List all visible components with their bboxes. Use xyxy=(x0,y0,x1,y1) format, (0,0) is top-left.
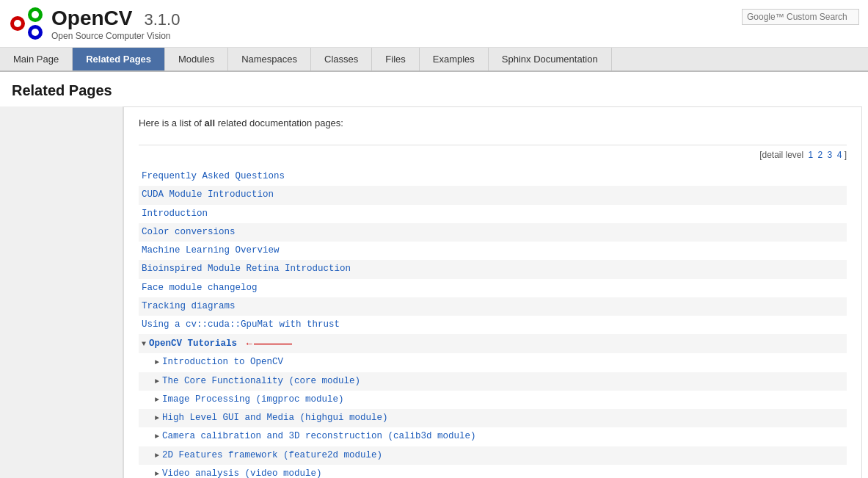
detail-level-1[interactable]: 1 xyxy=(809,150,814,160)
search-area[interactable] xyxy=(742,9,859,25)
item-link[interactable]: Frequently Asked Questions xyxy=(142,171,285,181)
detail-level-4[interactable]: 4 xyxy=(837,150,842,160)
nav-item-related-pages[interactable]: Related Pages xyxy=(73,48,165,70)
nav-item-modules[interactable]: Modules xyxy=(165,48,228,70)
detail-level-3[interactable]: 3 xyxy=(828,150,833,160)
list-item: ►2D Features framework (feature2d module… xyxy=(139,446,847,465)
item-link[interactable]: 2D Features framework (feature2d module) xyxy=(162,450,382,460)
search-input[interactable] xyxy=(742,9,859,25)
sidebar xyxy=(0,106,123,478)
item-link[interactable]: Tracking diagrams xyxy=(142,301,236,311)
sub-arrow: ► xyxy=(155,396,159,404)
item-link[interactable]: Machine Learning Overview xyxy=(142,245,280,256)
items-list: Frequently Asked QuestionsCUDA Module In… xyxy=(139,167,847,478)
nav-item-classes[interactable]: Classes xyxy=(311,48,372,70)
logo-area: OpenCV 3.1.0 Open Source Computer Vision xyxy=(9,6,180,41)
list-item: Machine Learning Overview xyxy=(139,242,847,260)
item-link[interactable]: Bioinspired Module Retina Introduction xyxy=(142,264,351,274)
version-badge: 3.1.0 xyxy=(144,10,180,29)
list-item: Frequently Asked Questions xyxy=(139,167,847,186)
detail-level-label: [detail level xyxy=(759,150,806,160)
detail-level-row: [detail level 1 2 3 4 ] xyxy=(139,150,847,160)
sub-arrow: ► xyxy=(155,414,159,422)
item-link[interactable]: Introduction xyxy=(142,209,208,219)
svg-point-3 xyxy=(14,20,21,27)
list-item: ►Video analysis (video module) xyxy=(139,465,847,478)
content-wrapper: Here is a list of all related documentat… xyxy=(0,106,868,478)
item-link[interactable]: The Core Functionality (core module) xyxy=(162,376,360,386)
svg-point-4 xyxy=(32,11,39,18)
list-item: Color conversions xyxy=(139,223,847,242)
header: OpenCV 3.1.0 Open Source Computer Vision xyxy=(0,0,868,48)
item-link[interactable]: Color conversions xyxy=(142,227,236,237)
item-link[interactable]: Image Processing (imgproc module) xyxy=(162,394,344,405)
list-item: ►The Core Functionality (core module) xyxy=(139,372,847,391)
opencv-logo xyxy=(9,6,44,41)
item-link[interactable]: Video analysis (video module) xyxy=(162,468,322,478)
divider xyxy=(139,145,847,145)
list-item: CUDA Module Introduction xyxy=(139,186,847,204)
detail-level-2[interactable]: 2 xyxy=(818,150,823,160)
sub-arrow: ► xyxy=(155,432,159,441)
item-link[interactable]: Introduction to OpenCV xyxy=(162,357,283,367)
list-item: ►High Level GUI and Media (highgui modul… xyxy=(139,409,847,427)
list-item: ►Image Processing (imgproc module) xyxy=(139,391,847,409)
list-item: Face module changelog xyxy=(139,279,847,297)
item-link[interactable]: High Level GUI and Media (highgui module… xyxy=(162,413,388,423)
app-title: OpenCV xyxy=(51,6,132,31)
item-link[interactable]: CUDA Module Introduction xyxy=(142,189,274,200)
item-link[interactable]: Using a cv::cuda::GpuMat with thrust xyxy=(142,319,340,330)
list-item: ►Camera calibration and 3D reconstructio… xyxy=(139,427,847,446)
list-item: Using a cv::cuda::GpuMat with thrust xyxy=(139,316,847,334)
list-item: ▼ OpenCV Tutorials ←———— xyxy=(139,334,847,353)
nav-item-namespaces[interactable]: Namespaces xyxy=(228,48,311,70)
sub-arrow: ► xyxy=(155,358,159,366)
main-content: Here is a list of all related documentat… xyxy=(123,106,862,478)
intro-text: Here is a list of all related documentat… xyxy=(139,117,847,134)
detail-level-close: ] xyxy=(845,150,847,160)
page-title: Related Pages xyxy=(0,72,868,106)
sub-arrow: ► xyxy=(155,470,159,478)
list-item: Tracking diagrams xyxy=(139,297,847,316)
list-item: Introduction xyxy=(139,205,847,223)
list-item: ►Introduction to OpenCV xyxy=(139,353,847,372)
nav-item-main-page[interactable]: Main Page xyxy=(0,48,73,70)
navbar: Main PageRelated PagesModulesNamespacesC… xyxy=(0,48,868,72)
item-link[interactable]: Camera calibration and 3D reconstruction… xyxy=(162,431,476,441)
title-area: OpenCV 3.1.0 Open Source Computer Vision xyxy=(51,6,180,41)
svg-point-5 xyxy=(32,29,39,36)
nav-item-files[interactable]: Files xyxy=(372,48,419,70)
sub-arrow: ► xyxy=(155,377,159,385)
section-arrow: ▼ xyxy=(142,338,146,350)
nav-item-sphinx-documentation[interactable]: Sphinx Documentation xyxy=(489,48,612,70)
item-link[interactable]: Face module changelog xyxy=(142,283,258,293)
sub-arrow: ► xyxy=(155,452,159,460)
nav-item-examples[interactable]: Examples xyxy=(420,48,489,70)
annotation-arrow: ←———— xyxy=(244,336,292,352)
list-item: Bioinspired Module Retina Introduction xyxy=(139,260,847,278)
section-link[interactable]: OpenCV Tutorials xyxy=(149,336,237,352)
app-subtitle: Open Source Computer Vision xyxy=(51,31,180,41)
